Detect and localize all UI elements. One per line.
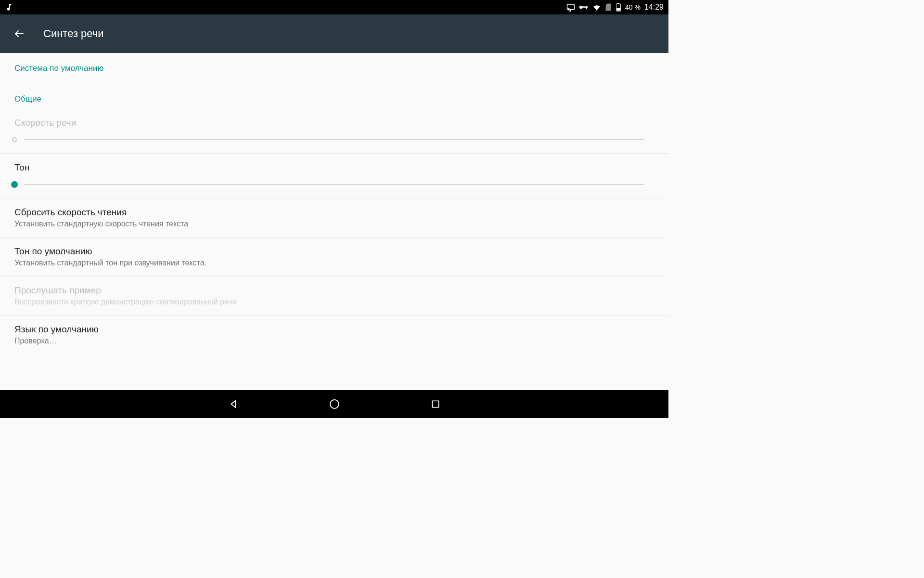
- pref-default-pitch-summary: Установить стандартный тон при озвучиван…: [14, 259, 654, 267]
- slider-track: [24, 184, 644, 185]
- circle-home-icon: [329, 398, 340, 410]
- battery-percent: 40 %: [625, 3, 641, 11]
- app-bar: Синтез речи: [0, 14, 668, 53]
- pref-listen-example-title: Прослушать пример: [14, 285, 654, 296]
- pref-speech-rate-title: Скорость речи: [14, 118, 654, 128]
- pref-default-pitch[interactable]: Тон по умолчанию Установить стандартный …: [0, 237, 668, 276]
- nav-recents-button[interactable]: [428, 397, 443, 411]
- pref-pitch-title: Тон: [14, 162, 654, 173]
- pref-default-language-summary: Проверка…: [14, 337, 654, 345]
- section-default-system[interactable]: Система по умолчанию: [0, 53, 668, 78]
- triangle-back-icon: [228, 399, 239, 409]
- svg-rect-0: [567, 4, 575, 10]
- settings-content: Система по умолчанию Общие Скорость речи…: [0, 53, 668, 390]
- arrow-left-icon: [13, 28, 25, 39]
- svg-rect-3: [586, 6, 587, 9]
- svg-point-9: [330, 400, 339, 408]
- pref-listen-example-summary: Воспроизвести краткую демонстрацию синте…: [14, 298, 654, 306]
- speech-rate-slider: [14, 137, 654, 143]
- battery-icon: [616, 3, 621, 12]
- page-title: Синтез речи: [43, 27, 104, 40]
- nav-home-button[interactable]: [327, 397, 342, 411]
- svg-rect-7: [616, 8, 620, 11]
- slider-thumb[interactable]: [11, 181, 18, 188]
- square-recents-icon: [431, 399, 440, 409]
- svg-rect-10: [432, 401, 438, 407]
- pref-reset-rate-summary: Установить стандартную скорость чтения т…: [14, 220, 654, 228]
- svg-point-1: [579, 6, 583, 9]
- svg-rect-6: [617, 3, 619, 4]
- no-sim-icon: [605, 3, 612, 12]
- pitch-slider[interactable]: [14, 182, 654, 187]
- back-button[interactable]: [10, 24, 29, 43]
- section-general: Общие: [0, 78, 668, 109]
- navigation-bar: [0, 390, 668, 418]
- pref-reset-rate[interactable]: Сбросить скорость чтения Установить стан…: [0, 198, 668, 237]
- wifi-icon: [592, 3, 601, 12]
- status-bar: 40 % 14:29: [0, 0, 668, 14]
- slider-thumb: [12, 137, 17, 142]
- pref-default-language[interactable]: Язык по умолчанию Проверка…: [0, 315, 668, 354]
- nav-back-button[interactable]: [226, 397, 241, 411]
- clock: 14:29: [644, 3, 664, 12]
- pref-reset-rate-title: Сбросить скорость чтения: [14, 207, 654, 218]
- pref-default-pitch-title: Тон по умолчанию: [14, 246, 654, 257]
- pref-default-language-title: Язык по умолчанию: [14, 324, 654, 335]
- pref-pitch[interactable]: Тон: [0, 154, 668, 198]
- pref-listen-example: Прослушать пример Воспроизвести краткую …: [0, 276, 668, 315]
- cast-icon: [566, 3, 575, 12]
- pref-speech-rate: Скорость речи: [0, 109, 668, 154]
- music-note-icon: [5, 3, 13, 12]
- slider-track: [24, 139, 644, 140]
- vpn-key-icon: [579, 4, 589, 11]
